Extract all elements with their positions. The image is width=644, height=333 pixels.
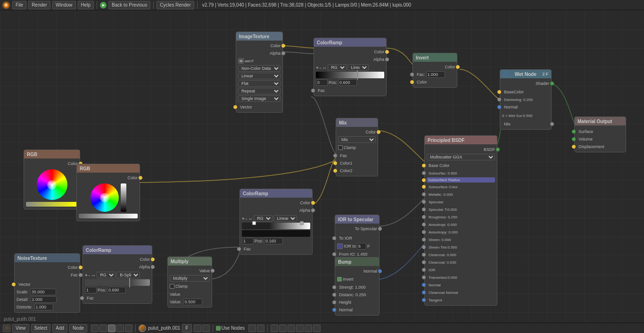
menu-file[interactable]: File — [12, 1, 26, 9]
img-projection[interactable]: Flat — [238, 80, 281, 87]
mix-type[interactable]: Mix — [338, 136, 376, 143]
bsdf-sr-in[interactable] — [422, 178, 426, 182]
cr-mid-flip[interactable]: ↔ — [248, 216, 253, 221]
bsdf-normal-in[interactable] — [422, 283, 426, 287]
cr-mid-marker1[interactable] — [252, 221, 256, 225]
bump-normal-out[interactable] — [378, 269, 382, 273]
inv-color-out[interactable] — [456, 65, 460, 69]
cr-bot-flip[interactable]: ↔ — [91, 273, 96, 278]
img-alpha-out[interactable] — [281, 51, 285, 55]
ior-in[interactable] — [332, 236, 336, 240]
cr-bot-add[interactable]: + — [85, 273, 88, 278]
bottom-icon-1[interactable]: ⬡ — [3, 325, 10, 332]
mix-color1-in[interactable] — [333, 161, 337, 165]
cr-mid-marker2[interactable] — [300, 221, 304, 225]
noise-fac-out[interactable] — [79, 273, 83, 277]
cr-bot-marker[interactable] — [129, 278, 130, 287]
bottom-icon-f[interactable] — [279, 325, 287, 332]
img-color-space[interactable]: Non-Color Data — [238, 65, 281, 72]
bottom-node-btn[interactable]: Node — [69, 324, 87, 333]
cr-bot-remove[interactable]: - — [89, 273, 90, 278]
cr-top-remove[interactable]: - — [320, 65, 321, 70]
bsdf-specular-in[interactable] — [422, 200, 426, 204]
bump-invert-cb[interactable] — [337, 277, 342, 282]
mix-fac-in[interactable] — [333, 154, 337, 158]
cr-bot-alpha-out[interactable] — [151, 265, 155, 269]
view-icon-5[interactable] — [125, 325, 132, 332]
rgb-bot-hue-bar[interactable] — [79, 214, 138, 218]
ior-specular-out[interactable] — [378, 227, 382, 231]
inv-color-in[interactable] — [410, 80, 414, 84]
noise-color-out[interactable] — [79, 266, 83, 269]
bump-height-in[interactable] — [332, 300, 336, 304]
wet-shader-out[interactable] — [550, 82, 554, 85]
bump-normal-in[interactable] — [332, 308, 336, 312]
back-to-previous-btn[interactable]: Back to Previous — [108, 1, 150, 9]
view-icon-1[interactable] — [91, 325, 99, 332]
cr-top-add[interactable]: + — [316, 65, 319, 70]
mix-clamp-cb[interactable] — [338, 145, 343, 150]
menu-render[interactable]: Render — [28, 1, 50, 9]
bsdf-sheen-in[interactable] — [422, 238, 426, 241]
cr-top-interp[interactable]: Linear — [347, 64, 369, 71]
inv-fac-in[interactable] — [410, 73, 414, 76]
img-color-out[interactable] — [281, 44, 285, 48]
bottom-icon-h[interactable] — [296, 325, 304, 332]
bottom-icon-a[interactable] — [194, 325, 201, 332]
ior-val[interactable] — [357, 243, 366, 250]
noise-scale[interactable] — [30, 289, 56, 295]
bsdf-anisor-in[interactable] — [422, 230, 426, 234]
rgb-bot-value-bar[interactable] — [121, 183, 126, 212]
noise-detail[interactable] — [31, 296, 57, 303]
bump-strength-in[interactable] — [332, 285, 336, 289]
view-icon-3[interactable] — [108, 325, 116, 332]
wet-basecolor-in[interactable] — [497, 90, 501, 94]
bottom-icon-d[interactable] — [257, 325, 264, 332]
output-volume-in[interactable] — [572, 137, 576, 141]
bump-distance-in[interactable] — [332, 293, 336, 297]
bottom-add-btn[interactable]: Add — [52, 324, 67, 333]
bsdf-sheent-in[interactable] — [422, 245, 426, 249]
img-vector-in[interactable] — [233, 105, 237, 109]
cr-bot-fac-in[interactable] — [80, 296, 84, 300]
noise-distort[interactable] — [34, 304, 53, 310]
rgb-top-wheel[interactable] — [37, 169, 67, 200]
bsdf-clearcoat-in[interactable] — [422, 253, 426, 257]
cr-top-fac-in[interactable] — [311, 89, 315, 92]
cr-bot-pos[interactable] — [107, 287, 126, 293]
bottom-view-btn[interactable]: View — [12, 324, 29, 333]
bsdf-metallic-in[interactable] — [422, 192, 426, 196]
bsdf-subcolor-in[interactable] — [422, 185, 426, 189]
bsdf-trans-in[interactable] — [422, 275, 426, 279]
rgb-top-hue-bar[interactable] — [26, 202, 78, 207]
cr-top-alpha-out[interactable] — [385, 58, 389, 61]
bottom-icon-j[interactable] — [313, 325, 321, 332]
cr-mid-interp[interactable]: Linear — [273, 215, 297, 222]
cr-mid-add[interactable]: + — [242, 216, 245, 221]
cr-top-stop-num[interactable] — [316, 79, 328, 86]
menu-window[interactable]: Window — [52, 1, 76, 9]
node-editor[interactable]: ImageTexture Color Alpha 🖼 wet F Non-Col… — [0, 10, 644, 323]
rgb-bot-color-out[interactable] — [139, 176, 142, 180]
bsdf-type[interactable]: Multiscatter GGX — [427, 154, 495, 160]
cr-mid-fac-in[interactable] — [237, 247, 241, 251]
img-source[interactable]: Single Image — [238, 95, 281, 102]
mul-value[interactable] — [183, 299, 202, 305]
bottom-icon-g[interactable] — [288, 325, 295, 332]
cr-top-color-out[interactable] — [385, 50, 389, 54]
bottom-icon-i[interactable] — [305, 325, 312, 332]
mul-value-out[interactable] — [211, 269, 215, 273]
cr-mid-alpha-out[interactable] — [311, 208, 315, 212]
cr-mid-remove[interactable]: - — [246, 216, 247, 221]
cr-top-mode[interactable]: RGB — [328, 64, 347, 71]
render-engine-select[interactable]: Cycles Render — [157, 1, 194, 9]
cr-bot-stop-num[interactable] — [85, 287, 97, 293]
cr-mid-mode[interactable]: RGB — [254, 215, 272, 222]
wet-darkening-in[interactable] — [497, 98, 501, 101]
bsdf-ior-in[interactable] — [422, 268, 426, 272]
bsdf-out[interactable] — [496, 148, 500, 151]
output-surface-in[interactable] — [572, 130, 576, 133]
cr-top-marker[interactable] — [357, 70, 358, 80]
cr-bot-mode[interactable]: RGB — [97, 272, 116, 278]
mul-type[interactable]: Multiply — [170, 275, 210, 282]
